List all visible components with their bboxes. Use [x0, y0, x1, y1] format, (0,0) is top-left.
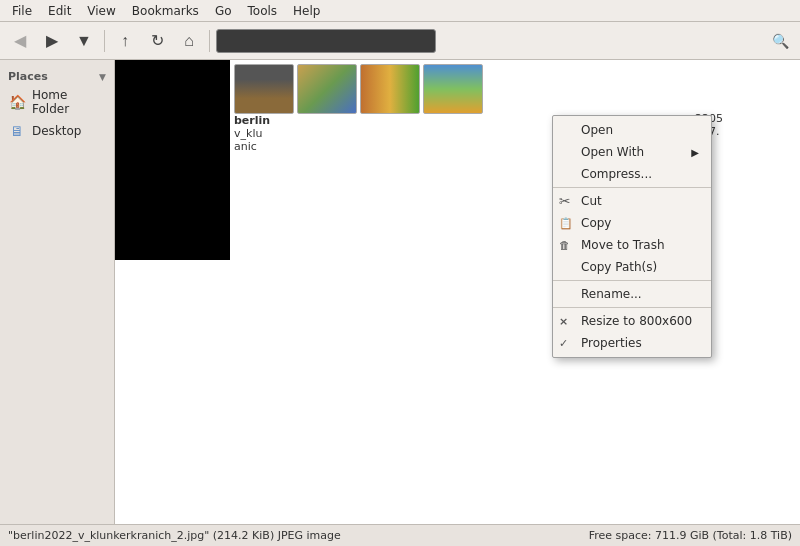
ctx-rename-label: Rename... [581, 287, 642, 301]
ctx-open-with-label: Open With [581, 145, 644, 159]
properties-icon: ✓ [559, 337, 568, 350]
ctx-open-with[interactable]: Open With ▶ [553, 141, 711, 163]
sidebar: Places ▼ 🏠 Home Folder 🖥 Desktop [0, 60, 115, 524]
statusbar-left: "berlin2022_v_klunkerkranich_2.jpg" (214… [8, 529, 341, 542]
ctx-compress[interactable]: Compress... [553, 163, 711, 185]
toolbar: ◀ ▶ ▼ ↑ ↻ ⌂ 🔍 [0, 22, 800, 60]
ctx-copy[interactable]: 📋 Copy [553, 212, 711, 234]
copy-icon: 📋 [559, 217, 573, 230]
thumbnails-row [230, 60, 487, 118]
sidebar-section-arrow: ▼ [99, 72, 106, 82]
ctx-resize[interactable]: × Resize to 800x600 [553, 310, 711, 332]
context-menu: Open Open With ▶ Compress... ✂ Cut 📋 [552, 115, 712, 358]
back-button[interactable]: ◀ [6, 27, 34, 55]
ctx-compress-label: Compress... [581, 167, 652, 181]
thumbnail-4[interactable] [423, 64, 483, 114]
ctx-properties-label: Properties [581, 336, 642, 350]
file-name-partial-3: anic [234, 140, 270, 153]
ctx-copy-path-label: Copy Path(s) [581, 260, 657, 274]
file-name-partial-1: berlin [234, 114, 270, 127]
ctx-copy-path[interactable]: Copy Path(s) [553, 256, 711, 278]
ctx-move-trash[interactable]: 🗑 Move to Trash [553, 234, 711, 256]
resize-icon: × [559, 315, 568, 328]
sidebar-section-label: Places [8, 70, 48, 83]
desktop-icon: 🖥 [8, 122, 26, 140]
address-bar[interactable] [216, 29, 436, 53]
sidebar-item-desktop-label: Desktop [32, 124, 82, 138]
file-name-partial-2: v_klu [234, 127, 270, 140]
menu-go[interactable]: Go [207, 2, 240, 20]
ctx-copy-label: Copy [581, 216, 611, 230]
image-preview-black [115, 60, 230, 260]
home-button[interactable]: ⌂ [175, 27, 203, 55]
trash-icon: 🗑 [559, 239, 570, 252]
ctx-open[interactable]: Open [553, 119, 711, 141]
ctx-properties[interactable]: ✓ Properties [553, 332, 711, 354]
file-area: berlin v_klu anic 2205 637. Open Open Wi… [115, 60, 800, 524]
open-with-arrow: ▶ [691, 147, 699, 158]
menu-edit[interactable]: Edit [40, 2, 79, 20]
statusbar: "berlin2022_v_klunkerkranich_2.jpg" (214… [0, 524, 800, 546]
ctx-separator-2 [553, 280, 711, 281]
ctx-separator-1 [553, 187, 711, 188]
sidebar-section-places: Places ▼ [0, 66, 114, 85]
forward-button[interactable]: ▶ [38, 27, 66, 55]
menu-tools[interactable]: Tools [240, 2, 286, 20]
statusbar-right: Free space: 711.9 GiB (Total: 1.8 TiB) [589, 529, 792, 542]
toolbar-separator-2 [209, 30, 210, 52]
menubar: File Edit View Bookmarks Go Tools Help [0, 0, 800, 22]
cut-icon: ✂ [559, 193, 571, 209]
toolbar-separator-1 [104, 30, 105, 52]
sidebar-item-desktop[interactable]: 🖥 Desktop [0, 119, 114, 143]
ctx-move-trash-label: Move to Trash [581, 238, 665, 252]
ctx-resize-label: Resize to 800x600 [581, 314, 692, 328]
ctx-rename[interactable]: Rename... [553, 283, 711, 305]
thumbnail-1[interactable] [234, 64, 294, 114]
ctx-open-label: Open [581, 123, 613, 137]
ctx-cut[interactable]: ✂ Cut [553, 190, 711, 212]
ctx-separator-3 [553, 307, 711, 308]
main-area: Places ▼ 🏠 Home Folder 🖥 Desktop berlin … [0, 60, 800, 524]
sidebar-item-home[interactable]: 🏠 Home Folder [0, 85, 114, 119]
menu-file[interactable]: File [4, 2, 40, 20]
search-button[interactable]: 🔍 [766, 27, 794, 55]
reload-button[interactable]: ↻ [143, 27, 171, 55]
menu-bookmarks[interactable]: Bookmarks [124, 2, 207, 20]
dropdown-button[interactable]: ▼ [70, 27, 98, 55]
sidebar-item-home-label: Home Folder [32, 88, 106, 116]
home-icon: 🏠 [8, 93, 26, 111]
ctx-cut-label: Cut [581, 194, 602, 208]
thumbnail-3[interactable] [360, 64, 420, 114]
menu-help[interactable]: Help [285, 2, 328, 20]
up-button[interactable]: ↑ [111, 27, 139, 55]
menu-view[interactable]: View [79, 2, 123, 20]
thumbnail-2[interactable] [297, 64, 357, 114]
file-info-block: berlin v_klu anic [230, 112, 274, 155]
